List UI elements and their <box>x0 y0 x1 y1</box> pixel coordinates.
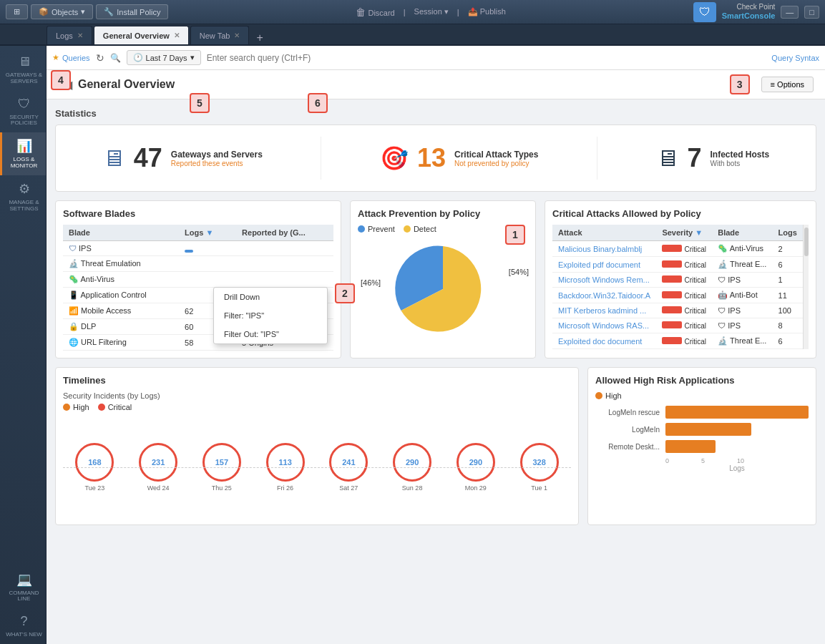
statistics-title: Statistics <box>55 108 816 119</box>
queries-button[interactable]: ★ Queries <box>52 53 90 62</box>
publish-button[interactable]: 📤 Publish <box>468 7 506 16</box>
severity-bar-4 <box>662 306 682 313</box>
tab-logs-label: Logs <box>56 31 73 40</box>
attack-col-blade: Blade <box>712 225 772 241</box>
table-row[interactable]: 🛡 IPS <box>63 241 333 256</box>
security-label: SECURITY POLICIES <box>5 114 43 127</box>
scrollbar[interactable] <box>803 225 809 349</box>
timelines-panel: Timelines Security Incidents (by Logs) H… <box>55 367 579 525</box>
critical-attacks-title: Critical Attacks Allowed by Policy <box>552 208 809 219</box>
tl-circle-0: 168 <box>75 443 114 482</box>
query-syntax-link[interactable]: Query Syntax <box>771 54 819 62</box>
stat-hosts: 🖥 7 Infected Hosts With bots <box>656 143 770 173</box>
grid-button[interactable]: ⊞ <box>6 4 28 19</box>
logs-dropdown-0[interactable] <box>185 250 193 253</box>
table-row[interactable]: Microsoft Windows RAS... Critical 🛡 IPS … <box>552 318 803 333</box>
objects-button[interactable]: 📦 Objects ▾ <box>31 4 93 19</box>
table-row[interactable]: Exploited pdf document Critical 🔬 Threat… <box>552 257 803 273</box>
maximize-button[interactable]: □ <box>804 6 819 19</box>
add-tab-button[interactable]: + <box>250 31 268 44</box>
detect-pct-label: [54%] <box>509 268 529 276</box>
logs-label: LOGS & MONITOR <box>5 157 43 170</box>
refresh-button[interactable]: ↻ <box>96 52 104 64</box>
session-button[interactable]: Session ▾ <box>414 7 449 16</box>
objects-icon: 📦 <box>39 7 49 16</box>
top-bar-right: 🛡 Check Point SmartConsole — □ <box>693 2 819 22</box>
context-filterout-ips[interactable]: Filter Out: "IPS" <box>214 325 327 343</box>
time-chevron: ▾ <box>190 53 195 62</box>
pie-chart-container: 1 [46%] [54%] <box>358 239 528 341</box>
tab-newtab[interactable]: New Tab ✕ <box>190 26 250 44</box>
sidebar-item-cmdline[interactable]: 💻 COMMAND LINE <box>0 566 46 609</box>
search-icon: 🔍 <box>110 53 121 63</box>
apps-axis-title: Logs <box>595 464 809 472</box>
minimize-button[interactable]: — <box>781 6 799 19</box>
stat-attacks: 🎯 13 Critical Attack Types Not prevented… <box>380 143 538 173</box>
tab-general[interactable]: General Overview ✕ <box>94 26 189 44</box>
sidebar-item-whatsnew[interactable]: ? WHAT'S NEW <box>0 608 46 644</box>
attacks-stat-icon: 🎯 <box>380 145 409 172</box>
stat-divider-1 <box>321 137 321 180</box>
search-input[interactable] <box>207 53 766 63</box>
cp-logo: Check Point SmartConsole <box>722 3 776 21</box>
tab-general-close[interactable]: ✕ <box>174 31 180 39</box>
stat-divider-2 <box>597 137 597 180</box>
options-button[interactable]: ≡ Options <box>761 77 814 92</box>
scrollbar-thumb[interactable] <box>804 228 809 256</box>
table-row[interactable]: 🦠 Anti-Virus <box>63 272 333 288</box>
context-drilldown[interactable]: Drill Down <box>214 288 327 306</box>
gateways-icon: 🖥 <box>18 54 31 69</box>
apps-legend: High <box>595 391 809 400</box>
tl-circle-1: 231 <box>139 443 177 482</box>
callout-2: 2 <box>335 283 355 303</box>
manage-label: MANAGE & SETTINGS <box>5 200 43 213</box>
tab-general-label: General Overview <box>103 31 170 40</box>
callout-5: 5 <box>190 93 210 113</box>
logs-sort-icon: ▼ <box>205 228 213 237</box>
severity-sort-icon: ▼ <box>695 228 703 237</box>
prevent-pct-label: [46%] <box>361 278 381 287</box>
tabs-row: Logs ✕ General Overview ✕ New Tab ✕ + <box>0 24 825 46</box>
apps-high-legend: High <box>595 391 622 400</box>
queries-label: Queries <box>62 54 90 62</box>
table-row[interactable]: MIT Kerberos kadmind ... Critical 🛡 IPS … <box>552 303 803 318</box>
blade-col-reported: Reported by (G... <box>236 225 333 241</box>
sidebar-item-gateways[interactable]: 🖥 GATEWAYS & SERVERS <box>0 49 46 91</box>
sidebar-item-security[interactable]: 🛡 SECURITY POLICIES <box>0 91 46 133</box>
sidebar-item-manage[interactable]: ⚙ MANAGE & SETTINGS <box>0 175 46 218</box>
table-row[interactable]: Malicious Binary.balmblj Critical 🦠 Anti… <box>552 241 803 257</box>
timelines-title: Timelines <box>63 375 571 386</box>
top-bar-mid: 🗑 Discard | Session ▾ | 📤 Publish <box>174 6 687 18</box>
table-row[interactable]: Backdoor.Win32.Taidoor.A Critical 🤖 Anti… <box>552 288 803 303</box>
critical-dot <box>98 404 105 411</box>
tab-logs-close[interactable]: ✕ <box>77 31 83 39</box>
sidebar-item-logs[interactable]: 📊 LOGS & MONITOR <box>0 132 46 175</box>
pie-chart <box>386 239 500 339</box>
publish-icon: 📤 <box>468 7 478 16</box>
tab-logs[interactable]: Logs ✕ <box>47 26 92 44</box>
discard-button[interactable]: 🗑 Discard <box>356 6 394 18</box>
tl-circle-6: 290 <box>457 443 495 482</box>
context-filter-ips[interactable]: Filter: "IPS" <box>214 306 327 325</box>
severity-bar-3 <box>662 291 682 298</box>
hosts-label: Infected Hosts <box>711 150 770 160</box>
install-policy-button[interactable]: 🔧 Install Policy <box>96 4 168 19</box>
attack-col-severity: Severity ▼ <box>656 225 712 241</box>
app-row-1: LogMeIn <box>595 423 809 436</box>
table-row[interactable]: 🔬 Threat Emulation <box>63 256 333 272</box>
table-row[interactable]: Exploited doc document Critical 🔬 Threat… <box>552 333 803 349</box>
time-filter-button[interactable]: 🕐 Last 7 Days ▾ <box>127 50 201 65</box>
legend-prevent: Prevent <box>358 225 395 233</box>
grid-icon: ⊞ <box>14 7 20 16</box>
tl-circle-5: 290 <box>393 443 431 482</box>
objects-chevron: ▾ <box>81 7 85 16</box>
gateways-label: Gateways and Servers <box>171 150 263 160</box>
tl-circle-4: 241 <box>329 443 368 482</box>
hosts-sub: With bots <box>711 160 770 167</box>
table-row[interactable]: Microsoft Windows Rem... Critical 🛡 IPS … <box>552 273 803 288</box>
blade-col-blade: Blade <box>63 225 179 241</box>
blades-panel-title: Software Blades <box>63 208 333 219</box>
attack-prevention-title: Attack Prevention by Policy <box>358 208 528 219</box>
tab-newtab-label: New Tab <box>200 31 230 40</box>
tab-newtab-close[interactable]: ✕ <box>234 31 240 39</box>
